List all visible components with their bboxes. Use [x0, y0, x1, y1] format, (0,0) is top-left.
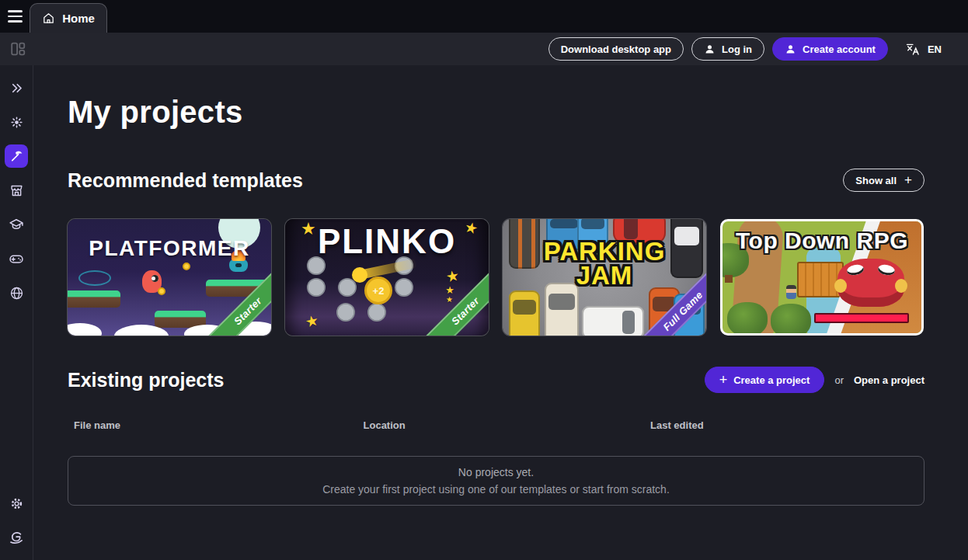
download-desktop-app-button[interactable]: Download desktop app — [548, 37, 684, 61]
tree-art — [727, 302, 768, 336]
get-started-icon[interactable] — [5, 110, 28, 134]
create-project-button[interactable]: + Create a project — [705, 367, 825, 393]
enemy-art — [229, 259, 248, 272]
template-card-plinko[interactable]: +2 ★ ★ ★ ★ ★ ★ PLINKO Starter — [285, 219, 489, 336]
star-art: ★ — [444, 266, 461, 287]
create-account-button[interactable]: Create account — [772, 37, 888, 61]
player-character-art — [786, 285, 796, 299]
tab-home-label: Home — [62, 12, 95, 25]
community-icon[interactable] — [5, 281, 28, 304]
existing-projects-heading: Existing projects — [68, 369, 224, 391]
empty-projects-placeholder: No projects yet. Create your first proje… — [68, 456, 924, 506]
recommended-templates-heading: Recommended templates — [68, 169, 303, 192]
ball-art — [352, 267, 367, 283]
ambulance-art — [582, 306, 644, 336]
sidebar — [0, 65, 33, 560]
boss-monster-art — [837, 259, 904, 307]
star-art: ★ — [445, 284, 454, 296]
coin-art — [183, 263, 190, 270]
tab-bar: Home — [0, 0, 968, 33]
language-label: EN — [928, 43, 942, 55]
tab-home[interactable]: Home — [30, 3, 107, 33]
play-icon[interactable] — [5, 247, 28, 270]
toolbar: Download desktop app Log in Create accou… — [0, 33, 968, 65]
translate-icon — [905, 41, 921, 57]
layout-panels-icon[interactable] — [9, 40, 26, 57]
star-art: ★ — [304, 311, 320, 331]
peg-art — [307, 278, 326, 297]
template-card-platformer[interactable]: PLATFORMER Starter — [68, 219, 271, 336]
health-bar-art — [814, 313, 909, 323]
empty-title: No projects yet. — [458, 466, 534, 478]
main-content: My projects Recommended templates Show a… — [33, 65, 968, 560]
projects-table-header: File name Location Last edited — [68, 419, 924, 431]
empty-subtitle: Create your first project using one of o… — [322, 483, 670, 496]
page-title: My projects — [68, 95, 924, 130]
car-art — [545, 283, 579, 336]
column-location: Location — [364, 419, 651, 431]
peg-art — [336, 303, 355, 322]
template-title: PARKING JAM — [517, 239, 692, 288]
build-icon[interactable] — [5, 144, 28, 168]
language-selector[interactable]: EN — [905, 41, 942, 57]
shop-icon[interactable] — [5, 179, 28, 202]
ball-trail-art — [361, 259, 418, 280]
peg-art — [395, 278, 413, 297]
car-art — [509, 290, 540, 336]
template-cards: PLATFORMER Starter +2 ★ ★ ★ ★ ★ ★ — [68, 219, 924, 336]
open-project-button[interactable]: Open a project — [854, 374, 924, 386]
template-title: PLATFORMER — [68, 236, 271, 261]
star-art: ★ — [446, 295, 453, 304]
template-title: Top Down RPG — [723, 228, 921, 254]
template-card-parking-jam[interactable]: PARKING JAM Full Game — [503, 219, 706, 336]
peg-art — [367, 303, 386, 322]
person-icon — [704, 43, 716, 55]
gdevelop-logo-icon[interactable] — [5, 526, 28, 549]
column-last-edited: Last edited — [650, 419, 924, 431]
tree-art — [771, 304, 811, 336]
bonus-coin-art: +2 — [364, 277, 392, 304]
plus-icon: + — [719, 372, 728, 388]
template-title: PLINKO — [285, 222, 489, 261]
expand-panel-icon[interactable] — [5, 76, 28, 99]
settings-icon[interactable] — [5, 492, 28, 515]
template-card-top-down-rpg[interactable]: Top Down RPG — [720, 219, 924, 336]
eye-art — [78, 270, 111, 286]
main-menu-icon[interactable] — [0, 0, 30, 33]
plus-icon: + — [904, 172, 912, 188]
or-label: or — [834, 374, 844, 386]
peg-art — [338, 278, 357, 297]
platform-art — [68, 290, 120, 308]
coin-art — [158, 287, 165, 295]
login-button[interactable]: Log in — [691, 37, 764, 61]
column-file-name: File name — [68, 419, 364, 431]
person-icon — [785, 43, 796, 55]
home-icon — [42, 12, 55, 25]
learn-icon[interactable] — [5, 213, 28, 236]
show-all-button[interactable]: Show all + — [843, 169, 924, 192]
